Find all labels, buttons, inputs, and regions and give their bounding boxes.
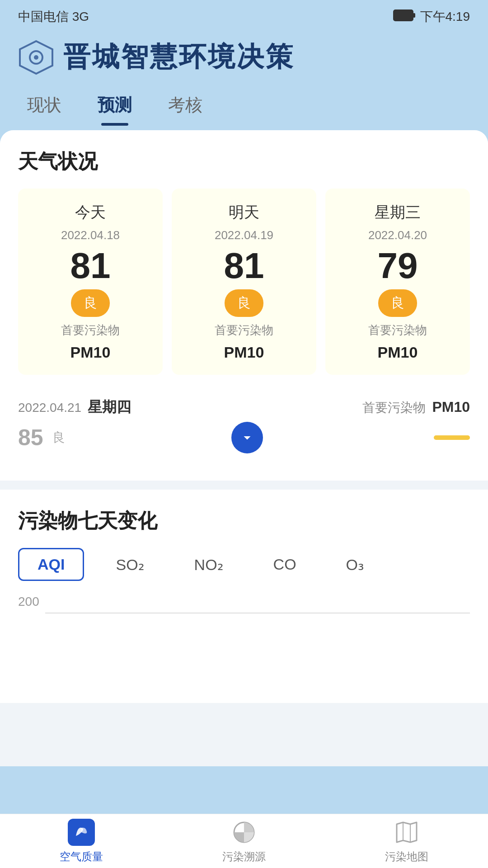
battery-icon	[393, 9, 416, 24]
main-content: 天气状况 今天 2022.04.18 81 良 首要污染物 PM10 明天 20…	[0, 130, 488, 766]
extra-pollutant-label: 首要污染物	[362, 399, 426, 416]
quality-badge-wed: 良	[378, 289, 417, 317]
pollution-map-icon	[393, 819, 420, 846]
pollutant-tab-aqi[interactable]: AQI	[18, 548, 84, 581]
nav-item-source[interactable]: 污染溯源	[163, 819, 325, 864]
logo-icon	[18, 39, 54, 75]
nav-item-map[interactable]: 污染地图	[325, 819, 488, 864]
pollutant-section-title: 污染物七天变化	[18, 508, 470, 534]
navigation-tabs: 现状 预测 考核	[0, 89, 488, 126]
quality-badge-today: 良	[71, 289, 110, 317]
pollutant-section: 污染物七天变化 AQI SO₂ NO₂ CO O₃ 200	[0, 490, 488, 703]
weather-section: 天气状况 今天 2022.04.18 81 良 首要污染物 PM10 明天 20…	[0, 130, 488, 481]
nav-label-source: 污染溯源	[222, 849, 266, 864]
header: 晋城智慧环境决策	[0, 30, 488, 89]
extra-pollutant-value: PM10	[432, 399, 470, 415]
aqi-value-today: 81	[70, 248, 111, 284]
extra-weekday: 星期四	[88, 397, 131, 417]
expand-button[interactable]	[231, 422, 263, 453]
air-quality-icon	[68, 819, 95, 846]
pollutant-value-today: PM10	[70, 344, 111, 361]
extra-bar-indicator	[434, 435, 470, 440]
svg-point-4	[34, 55, 38, 60]
date-label-today: 2022.04.18	[61, 228, 120, 242]
svg-rect-0	[394, 10, 413, 21]
day-label-wed: 星期三	[375, 202, 421, 223]
day-label-today: 今天	[75, 202, 106, 223]
day-label-tomorrow: 明天	[229, 202, 259, 223]
pollutant-value-wed: PM10	[378, 344, 418, 361]
extra-aqi: 85	[18, 425, 43, 451]
weather-card-today: 今天 2022.04.18 81 良 首要污染物 PM10	[18, 189, 163, 375]
pollution-source-icon	[230, 819, 258, 846]
tab-forecast[interactable]: 预测	[98, 89, 132, 126]
pollutant-value-tomorrow: PM10	[224, 344, 264, 361]
app-title: 晋城智慧环境决策	[63, 39, 295, 75]
aqi-value-tomorrow: 81	[224, 248, 264, 284]
nav-label-map: 污染地图	[385, 849, 428, 864]
chart-y-label: 200	[18, 594, 39, 609]
chart-area: 200	[18, 594, 470, 685]
nav-item-air[interactable]: 空气质量	[0, 819, 163, 864]
time-text: 下午4:19	[420, 8, 470, 25]
weather-card-wed: 星期三 2022.04.20 79 良 首要污染物 PM10	[325, 189, 470, 375]
date-label-tomorrow: 2022.04.19	[215, 228, 273, 242]
pollutant-tab-o3[interactable]: O₃	[328, 549, 382, 580]
pollutant-tab-co[interactable]: CO	[255, 549, 314, 580]
svg-rect-1	[413, 13, 415, 18]
weather-cards: 今天 2022.04.18 81 良 首要污染物 PM10 明天 2022.04…	[18, 189, 470, 375]
pollutant-tab-so2[interactable]: SO₂	[98, 549, 162, 580]
svg-marker-6	[397, 822, 417, 842]
status-right: 下午4:19	[393, 8, 470, 25]
status-bar: 中国电信 3G 下午4:19	[0, 0, 488, 30]
pollutant-tabs: AQI SO₂ NO₂ CO O₃	[18, 548, 470, 581]
pollutant-label-today: 首要污染物	[61, 322, 120, 338]
weather-card-tomorrow: 明天 2022.04.19 81 良 首要污染物 PM10	[172, 189, 316, 375]
extra-day-row: 2022.04.21 星期四 首要污染物 PM10 85 良	[18, 388, 470, 462]
chart-line	[45, 613, 470, 613]
extra-date: 2022.04.21	[18, 401, 81, 415]
weather-section-title: 天气状况	[18, 148, 470, 175]
date-label-wed: 2022.04.20	[368, 228, 427, 242]
pollutant-tab-no2[interactable]: NO₂	[176, 549, 242, 580]
nav-label-air: 空气质量	[60, 849, 103, 864]
aqi-value-wed: 79	[378, 248, 418, 284]
bottom-navigation: 空气质量 污染溯源 污染地图	[0, 814, 488, 868]
extra-quality: 良	[52, 429, 65, 446]
quality-badge-tomorrow: 良	[225, 289, 263, 317]
carrier-text: 中国电信 3G	[18, 8, 89, 25]
pollutant-label-wed: 首要污染物	[368, 322, 427, 338]
tab-assessment[interactable]: 考核	[168, 89, 202, 126]
tab-current[interactable]: 现状	[27, 89, 61, 126]
pollutant-label-tomorrow: 首要污染物	[215, 322, 273, 338]
